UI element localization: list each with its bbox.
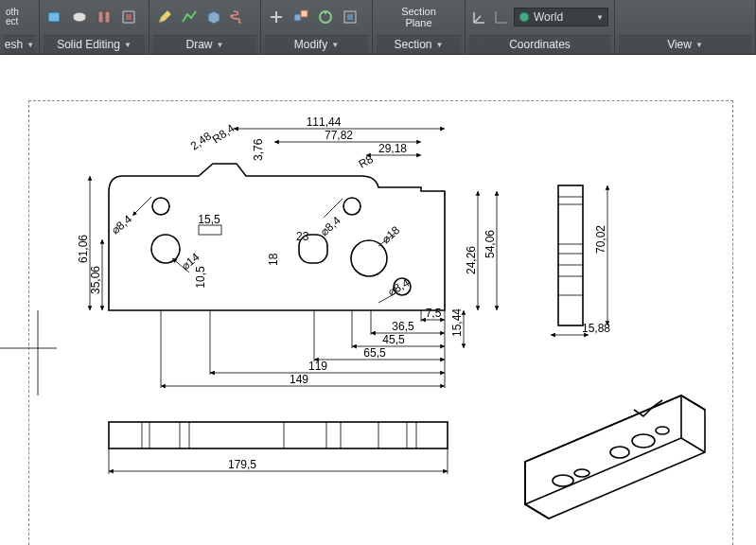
dim-35-06: 35,06 xyxy=(89,266,102,294)
panel-label-solid-editing[interactable]: Solid Editing▼ xyxy=(44,35,145,54)
dimension-annotations: 111,44 77,82 29,18 2,48 R8,4 3,76 R8 61,… xyxy=(77,115,610,474)
dim-65-5: 65,5 xyxy=(363,346,386,360)
panel-label-section[interactable]: Section▼ xyxy=(377,35,461,54)
dim-18: 18 xyxy=(267,253,280,266)
dropdown-icon: ▼ xyxy=(331,41,339,49)
svg-rect-19 xyxy=(558,185,583,325)
modify-icon-3[interactable] xyxy=(316,8,335,26)
dim-70-02: 70,02 xyxy=(594,225,607,254)
globe-icon xyxy=(519,11,530,23)
svg-rect-4 xyxy=(294,14,301,21)
panel-label-draw[interactable]: Draw▼ xyxy=(153,35,256,54)
svg-point-44 xyxy=(632,434,655,448)
panel-coordinates: World ▼ Coordinates xyxy=(466,0,615,54)
dim-111-44: 111,44 xyxy=(307,115,342,129)
cad-drawing: 111,44 77,82 29,18 2,48 R8,4 3,76 R8 61,… xyxy=(0,55,756,545)
ucs-combo[interactable]: World ▼ xyxy=(514,8,608,26)
dropdown-icon: ▼ xyxy=(436,41,444,49)
draw-icon-polyline[interactable] xyxy=(180,8,199,26)
dropdown-icon: ▼ xyxy=(26,41,34,49)
ucs-combo-value: World xyxy=(534,10,563,24)
draw-icon-pencil[interactable] xyxy=(155,8,174,26)
svg-point-43 xyxy=(610,447,629,458)
panel-mesh-partial: oth ect esh▼ xyxy=(0,0,40,54)
solid-edit-icon-2[interactable] xyxy=(70,8,89,26)
svg-rect-2 xyxy=(98,11,103,23)
dropdown-icon: ▼ xyxy=(695,41,703,49)
svg-point-41 xyxy=(553,475,573,486)
dim-phi-8-4-b: ⌀8,4 xyxy=(318,214,343,238)
dim-77-82: 77,82 xyxy=(325,129,353,142)
ribbon-toolbar: oth ect esh▼ Solid Editing▼ Draw▼ xyxy=(0,0,756,55)
draw-icon-helix[interactable] xyxy=(229,8,248,26)
dim-36-5: 36,5 xyxy=(392,320,414,333)
panel-section: Section Plane Section▼ xyxy=(373,0,466,54)
dim-3-76: 3,76 xyxy=(252,138,265,161)
dim-7-5: 7,5 xyxy=(426,307,442,320)
svg-line-38 xyxy=(681,396,705,410)
svg-rect-0 xyxy=(48,12,60,22)
modify-icon-1[interactable] xyxy=(267,8,286,26)
svg-rect-18 xyxy=(199,225,221,235)
svg-point-45 xyxy=(656,427,669,434)
dim-15-44: 15,44 xyxy=(450,308,464,337)
dim-149: 149 xyxy=(290,373,308,386)
svg-rect-3 xyxy=(105,11,110,23)
draw-icon-3d[interactable] xyxy=(204,8,223,26)
partial-label-ect: ect xyxy=(6,17,19,27)
svg-point-14 xyxy=(343,198,360,215)
svg-point-1 xyxy=(73,12,86,22)
dim-179-5: 179,5 xyxy=(228,458,256,471)
panel-label-coordinates[interactable]: Coordinates xyxy=(469,35,610,54)
panel-label-mesh[interactable]: esh▼ xyxy=(4,35,35,54)
dropdown-icon: ▼ xyxy=(596,13,604,22)
dim-15-88: 15,88 xyxy=(582,322,610,335)
svg-line-39 xyxy=(681,438,705,452)
dropdown-icon: ▼ xyxy=(124,41,132,49)
side-view xyxy=(558,185,583,325)
svg-rect-5 xyxy=(301,10,308,17)
dim-r8-4: R8,4 xyxy=(210,121,237,146)
svg-point-42 xyxy=(574,469,589,477)
svg-line-51 xyxy=(132,197,151,216)
dim-2-48: 2,48 xyxy=(188,129,214,152)
svg-point-15 xyxy=(351,240,387,276)
panel-label-view[interactable]: View▼ xyxy=(619,35,751,54)
solid-edit-icon-3[interactable] xyxy=(95,8,114,26)
dim-29-18: 29,18 xyxy=(378,142,407,155)
dim-phi-8-4-a: ⌀8,4 xyxy=(109,212,134,237)
svg-line-40 xyxy=(525,504,549,519)
solid-edit-icon-4[interactable] xyxy=(119,8,138,26)
bottom-profile-view xyxy=(109,422,448,448)
ucs-icon-2[interactable] xyxy=(493,8,511,26)
dim-10-5: 10,5 xyxy=(194,266,207,289)
panel-label-modify[interactable]: Modify▼ xyxy=(265,35,368,54)
dim-45-5: 45,5 xyxy=(382,333,405,346)
dim-54-06: 54,06 xyxy=(483,230,497,258)
dim-119: 119 xyxy=(308,360,327,373)
svg-point-13 xyxy=(151,235,180,263)
isometric-view xyxy=(525,396,705,519)
svg-point-9 xyxy=(519,12,529,22)
panel-view: View▼ xyxy=(615,0,756,54)
solid-edit-icon-1[interactable] xyxy=(45,8,64,26)
drawing-canvas[interactable]: 111,44 77,82 29,18 2,48 R8,4 3,76 R8 61,… xyxy=(0,55,756,545)
dim-61-06: 61,06 xyxy=(77,235,90,263)
section-plane-button[interactable]: Section Plane xyxy=(396,2,442,32)
panel-solid-editing: Solid Editing▼ xyxy=(40,0,149,54)
dim-24-26: 24,26 xyxy=(465,246,478,274)
dim-23: 23 xyxy=(296,230,309,243)
panel-modify: Modify▼ xyxy=(261,0,373,54)
modify-icon-4[interactable] xyxy=(341,8,360,26)
svg-rect-8 xyxy=(347,14,353,20)
modify-icon-2[interactable] xyxy=(291,8,310,26)
svg-point-12 xyxy=(152,198,169,215)
svg-rect-27 xyxy=(109,422,448,448)
panel-draw: Draw▼ xyxy=(149,0,261,54)
ucs-icon-1[interactable] xyxy=(471,8,489,26)
dropdown-icon: ▼ xyxy=(217,41,224,49)
dim-15-5: 15,5 xyxy=(198,213,220,226)
